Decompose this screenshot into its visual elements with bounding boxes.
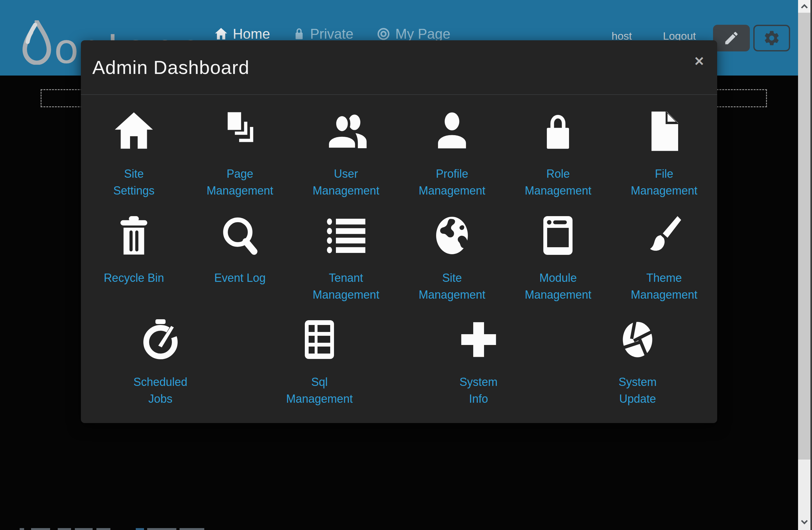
pages-icon [220, 111, 259, 152]
close-icon[interactable]: ✕ [694, 55, 705, 68]
page: oqtane Home Private M [0, 0, 812, 530]
lock-icon [541, 111, 575, 152]
nav-label: My Page [395, 26, 450, 42]
scroll-up-button[interactable] [798, 0, 810, 13]
tile-role-management[interactable]: RoleManagement [505, 95, 611, 199]
lock-icon [293, 27, 305, 41]
timer-icon [141, 319, 180, 360]
gear-icon [763, 29, 781, 47]
nav-item-my-page[interactable]: My Page [377, 26, 450, 42]
nav-item-private[interactable]: Private [293, 26, 353, 42]
tile-page-management[interactable]: PageManagement [187, 95, 293, 199]
trash-icon [116, 215, 151, 256]
tile-site-management[interactable]: SiteManagement [399, 199, 505, 303]
tile-system-update[interactable]: SystemUpdate [558, 303, 717, 407]
search-icon [220, 215, 260, 256]
brush-icon [644, 215, 684, 256]
tile-user-management[interactable]: UserManagement [293, 95, 399, 199]
chevron-down-icon [801, 519, 808, 525]
modal-title: Admin Dashboard [92, 57, 249, 78]
pencil-icon [723, 30, 740, 46]
admin-tile-grid: SiteSettings PageManagement [81, 95, 717, 407]
plus-icon [459, 319, 498, 360]
tile-recycle-bin[interactable]: Recycle Bin [81, 199, 187, 303]
tile-scheduled-jobs[interactable]: ScheduledJobs [81, 303, 240, 407]
vertical-scrollbar[interactable] [798, 0, 812, 530]
edit-mode-button[interactable] [713, 25, 750, 52]
tile-theme-management[interactable]: ThemeManagement [611, 199, 717, 303]
logo-drop-icon [22, 20, 52, 65]
tile-event-log[interactable]: Event Log [187, 199, 293, 303]
tile-row-1: SiteSettings PageManagement [81, 95, 717, 199]
shutter-icon [620, 319, 656, 360]
nav-item-home[interactable]: Home [214, 26, 270, 42]
people-icon [324, 111, 368, 152]
scrollbar-thumb[interactable] [798, 13, 810, 460]
tile-profile-management[interactable]: ProfileManagement [399, 95, 505, 199]
file-icon [646, 111, 683, 152]
tile-site-settings[interactable]: SiteSettings [81, 95, 187, 199]
nav-label: Home [233, 26, 270, 42]
list-icon [326, 215, 366, 256]
nav-label: Private [310, 26, 353, 42]
scroll-down-button[interactable] [798, 516, 810, 528]
home-icon [113, 111, 155, 152]
clipped-text-strip [0, 528, 798, 530]
globe-icon [433, 215, 472, 256]
tile-module-management[interactable]: ModuleManagement [505, 199, 611, 303]
person-icon [432, 111, 472, 152]
table-icon [303, 319, 336, 360]
settings-button[interactable] [753, 25, 790, 52]
home-icon [214, 28, 228, 40]
window-icon [542, 215, 574, 256]
admin-dashboard-modal: Admin Dashboard ✕ SiteSettings PageManag… [81, 40, 717, 423]
tile-tenant-management[interactable]: TenantManagement [293, 199, 399, 303]
tile-sql-management[interactable]: SqlManagement [240, 303, 399, 407]
target-icon [377, 27, 390, 41]
chevron-up-icon [801, 4, 808, 9]
tile-row-3: ScheduledJobs SqlManagement [81, 303, 717, 407]
tile-file-management[interactable]: FileManagement [611, 95, 717, 199]
modal-header: Admin Dashboard ✕ [81, 40, 717, 95]
tile-system-info[interactable]: SystemInfo [399, 303, 558, 407]
tile-row-2: Recycle Bin Event Log [81, 199, 717, 303]
